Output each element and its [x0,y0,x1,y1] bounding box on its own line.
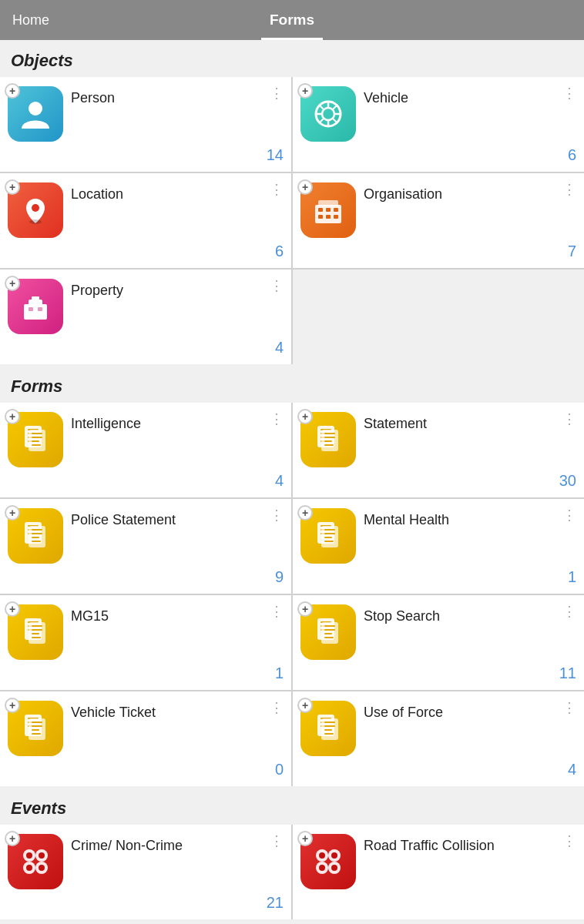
home-nav[interactable]: Home [12,12,49,28]
card-crime-non-crime[interactable]: + Crime/ Non-Crime ⋮ 21 [0,825,291,919]
add-icon: + [5,83,20,99]
svg-rect-71 [32,633,39,634]
events-section-header: Events [0,788,584,823]
person-label: Person [71,86,284,107]
vehicle-menu[interactable]: ⋮ [562,86,576,100]
svg-rect-69 [32,625,42,627]
svg-point-115 [331,865,337,871]
intelligence-icon-wrap: + [8,412,63,467]
svg-rect-78 [324,625,335,627]
card-intelligence[interactable]: + Intelligence ⋮ 4 [0,403,291,497]
use-of-force-menu[interactable]: ⋮ [562,701,576,715]
card-location[interactable]: + Location ⋮ 6 [0,173,291,268]
svg-rect-25 [38,307,42,311]
svg-rect-89 [32,729,39,731]
crime-menu[interactable]: ⋮ [270,834,284,848]
card-road-traffic-collision[interactable]: + Road Traffic Collision ⋮ [293,825,584,919]
police-statement-icon-wrap: + [8,508,63,564]
add-icon: + [297,179,313,195]
statement-menu[interactable]: ⋮ [562,412,576,426]
intelligence-menu[interactable]: ⋮ [270,412,284,426]
rtc-menu[interactable]: ⋮ [562,834,576,848]
svg-rect-54 [32,541,41,542]
svg-rect-15 [326,208,331,212]
svg-rect-43 [324,437,335,438]
svg-rect-51 [32,529,42,531]
svg-point-2 [322,108,334,120]
crime-label: Crime/ Non-Crime [71,834,284,855]
svg-rect-61 [324,533,335,534]
organisation-count: 7 [300,238,576,260]
svg-rect-87 [32,721,42,723]
police-statement-label: Police Statement [71,508,284,529]
add-icon: + [5,698,20,713]
page-title: Forms [270,12,314,28]
svg-rect-21 [24,304,47,320]
mental-health-icon-wrap: + [300,508,356,564]
card-person[interactable]: + Person ⋮ 14 [0,77,291,172]
add-icon: + [5,831,20,846]
card-police-statement[interactable]: + Police Statement ⋮ 9 [0,499,291,594]
crime-count: 21 [8,889,284,912]
intelligence-label: Intelligence [71,412,284,433]
svg-rect-19 [334,215,338,219]
rtc-icon-wrap: + [300,834,356,889]
stop-search-label: Stop Search [364,604,576,625]
location-count: 6 [8,238,284,260]
mg15-label: MG15 [71,604,284,625]
svg-point-104 [26,852,32,859]
svg-rect-42 [324,433,335,434]
property-menu[interactable]: ⋮ [270,279,284,293]
svg-rect-99 [324,733,334,735]
svg-rect-62 [324,537,332,538]
svg-point-105 [39,852,45,859]
organisation-menu[interactable]: ⋮ [562,182,576,196]
stop-search-menu[interactable]: ⋮ [562,604,576,618]
svg-rect-53 [32,537,39,538]
mg15-menu[interactable]: ⋮ [270,604,284,618]
svg-rect-60 [324,529,335,531]
mental-health-menu[interactable]: ⋮ [562,508,576,522]
property-count: 4 [8,334,284,357]
svg-rect-34 [32,440,39,442]
events-grid: + Crime/ Non-Crime ⋮ 21 + [0,825,584,919]
add-icon: + [297,409,313,424]
card-mental-health[interactable]: + Mental Health ⋮ 1 [293,499,584,594]
card-organisation[interactable]: + Organisation ⋮ 7 [293,173,584,268]
forms-section-header: Forms [0,366,584,401]
svg-rect-32 [32,433,42,434]
card-use-of-force[interactable]: + Use of Force ⋮ 4 [293,691,584,786]
police-statement-menu[interactable]: ⋮ [270,508,284,522]
vehicle-ticket-menu[interactable]: ⋮ [270,701,284,715]
objects-section-header: Objects [0,40,584,75]
card-vehicle-ticket[interactable]: + Vehicle Ticket ⋮ 0 [0,691,291,786]
card-vehicle[interactable]: + Vehicle ⋮ 6 [293,77,584,172]
statement-icon-wrap: + [300,412,356,467]
vehicle-label: Vehicle [364,86,576,107]
stop-search-icon-wrap: + [300,604,356,660]
person-menu[interactable]: ⋮ [270,86,284,100]
svg-rect-14 [318,208,323,212]
card-stop-search[interactable]: + Stop Search ⋮ 11 [293,595,584,690]
svg-rect-35 [32,444,41,446]
card-mg15[interactable]: + MG15 ⋮ 1 [0,595,291,690]
organisation-label: Organisation [364,182,576,203]
card-statement[interactable]: + Statement ⋮ 30 [293,403,584,497]
card-property[interactable]: + Property ⋮ 4 [0,270,291,364]
add-icon: + [297,831,313,846]
add-icon: + [5,601,20,617]
svg-point-12 [29,219,42,224]
add-icon: + [297,83,313,99]
add-icon: + [297,698,313,713]
location-menu[interactable]: ⋮ [270,182,284,196]
svg-point-0 [29,102,42,116]
stop-search-count: 11 [300,660,576,682]
svg-rect-98 [324,729,332,731]
vehicle-icon-wrap: + [300,86,356,142]
svg-rect-52 [32,533,42,534]
svg-point-107 [39,865,45,871]
svg-rect-72 [32,637,41,638]
svg-rect-88 [32,725,42,727]
svg-rect-13 [315,205,341,223]
svg-rect-18 [326,215,331,219]
